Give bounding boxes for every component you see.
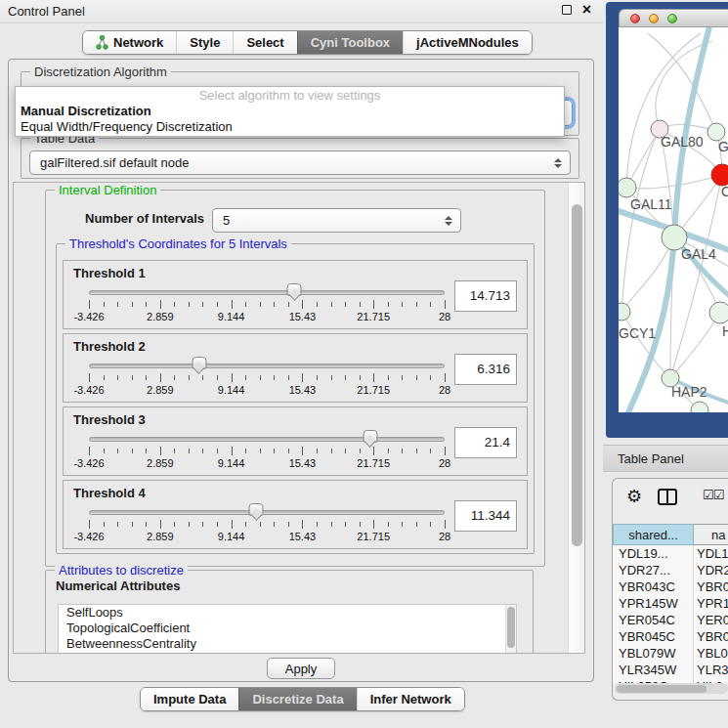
slider-tick-label: 15.43 [289,531,317,542]
threshold-panel: Threshold 2 -3.4262.8599.14415.4321.7152… [63,333,528,403]
apply-button[interactable]: Apply [267,658,335,679]
zoom-traffic-light-icon[interactable] [667,14,677,23]
select-columns-icon[interactable]: ☑☑ [703,488,723,502]
table-hscrollbar-thumb[interactable] [617,685,707,693]
list-scrollbar-thumb[interactable] [507,607,515,648]
minimize-traffic-light-icon[interactable] [649,14,659,23]
threshold-slider[interactable]: -3.4262.8599.14415.4321.71528 [89,431,445,474]
tab-style[interactable]: Style [176,31,233,54]
slider-tick [360,522,361,527]
slider-thumb[interactable] [249,503,264,516]
slider-tick-label: -3.426 [73,384,104,396]
threshold-label: Threshold 1 [73,266,146,280]
table-row[interactable]: YPR145WYPR1 [613,595,728,612]
threshold-value-field[interactable]: 21.4 [454,427,517,458]
slider-tick-label: 21.715 [357,384,390,396]
tab-cyni-toolbox[interactable]: Cyni Toolbox [297,31,403,54]
threshold-slider[interactable]: -3.4262.8599.14415.4321.71528 [89,284,445,327]
list-item[interactable]: TopologicalCoefficient [59,621,505,636]
split-columns-icon[interactable] [658,489,677,505]
slider-tick [217,449,218,453]
dropdown-option-equal-width-frequency[interactable]: Equal Width/Frequency Discretization [16,119,564,135]
table-row[interactable]: YER054CYER0 [613,612,728,628]
slider-tick [174,522,175,527]
slider-tick [132,522,133,527]
slider-thumb[interactable] [363,430,377,443]
slider-tick [189,375,190,380]
number-of-intervals-combo[interactable]: 5 [212,208,461,233]
node-h[interactable] [709,302,728,323]
dropdown-option-manual-discretization[interactable]: Manual Discretization [16,104,564,119]
threshold-slider[interactable]: -3.4262.8599.14415.4321.71528 [89,358,445,401]
numerical-attributes-list[interactable]: SelfLoopsTopologicalCoefficientBetweenne… [58,604,517,653]
slider-tick [132,375,133,380]
settings-scrollbar[interactable] [568,183,584,653]
slider-thumb[interactable] [192,357,206,369]
dropdown-placeholder-item[interactable]: Select algorithm to view settings [16,88,564,104]
table-row[interactable]: YDR27...YDR2 [613,562,728,578]
node-gal11[interactable] [619,178,636,197]
node-gcy1[interactable] [619,303,630,321]
slider-tick [416,375,417,380]
table-hscrollbar[interactable] [615,683,728,694]
slider-tick [317,449,318,453]
node-red-selected[interactable] [711,164,728,186]
tab-discretize-data[interactable]: Discretize Data [238,688,356,710]
slider-tick [317,522,318,527]
slider-tick [217,522,218,527]
slider-tick [160,300,161,309]
node-partial[interactable] [691,402,708,412]
list-item[interactable]: SelfLoops [59,605,505,621]
threshold-value-field[interactable]: 6.316 [454,354,517,385]
network-window-titlebar[interactable] [619,9,728,27]
tab-impute-data[interactable]: Impute Data [141,688,238,710]
slider-tick [288,302,289,307]
slider-tick [117,449,118,453]
slider-tick [202,375,203,380]
slider-thumb[interactable] [287,283,302,296]
slider-tick-label: -3.426 [73,531,104,542]
table-row[interactable]: YBR045CYBR0 [613,628,728,645]
threshold-value-field[interactable]: 14.713 [454,280,517,312]
table-data-combo[interactable]: galFiltered.sif default node [29,150,571,175]
table-row[interactable]: YBL079WYBL0 [613,645,728,662]
tab-select[interactable]: Select [233,31,296,54]
column-header-name[interactable]: na [694,524,728,545]
tab-infer-network[interactable]: Infer Network [357,688,464,710]
settings-scrollbar-thumb[interactable] [572,204,582,546]
slider-tick [104,522,105,527]
list-scrollbar[interactable] [505,605,516,653]
table-row[interactable]: YDL19...YDL1 [613,545,728,562]
slider-tick [331,449,332,453]
table-data-group: Table Data galFiltered.sif default node [21,138,579,179]
threshold-slider[interactable]: -3.4262.8599.14415.4321.71528 [89,504,445,547]
tab-jactivemnodules[interactable]: jActiveMNodules [403,31,532,54]
top-tab-bar: Network Style Select Cyni Toolbox jActiv… [82,30,533,55]
slider-tick [217,375,218,380]
table-row[interactable]: YBR043CYBR0 [613,578,728,595]
table-toolbar: ⚙ ☑☑ [613,485,728,516]
list-item[interactable]: BetweennessCentrality [59,636,505,652]
float-window-icon[interactable] [562,5,572,15]
control-panel-title: Control Panel [8,4,85,19]
tab-network[interactable]: Network [83,31,176,54]
slider-tick-labels: -3.4262.8599.14415.4321.71528 [89,531,445,544]
slider-tick [132,302,133,307]
threshold-value-field[interactable]: 11.344 [454,500,517,532]
numerical-attributes-label: Numerical Attributes [56,578,180,593]
slider-tick [445,520,446,529]
close-icon[interactable]: × [582,3,591,17]
slider-track [89,437,445,442]
slider-tick [445,447,446,455]
slider-tick [245,375,246,380]
close-traffic-light-icon[interactable] [630,14,640,23]
table-row[interactable]: YLR345WYLR3 [613,662,728,678]
gear-icon[interactable]: ⚙ [626,486,642,507]
slider-track [89,510,445,515]
column-header-shared-name[interactable]: shared... [613,524,694,545]
slider-tick-label: 15.43 [289,384,317,396]
tab-label: jActiveMNodules [416,35,519,50]
network-canvas[interactable]: GAL80 GA C GAL11 GAL4 GCY1 H HAP2 [619,27,728,412]
slider-tick [117,522,118,527]
slider-tick [189,522,190,527]
